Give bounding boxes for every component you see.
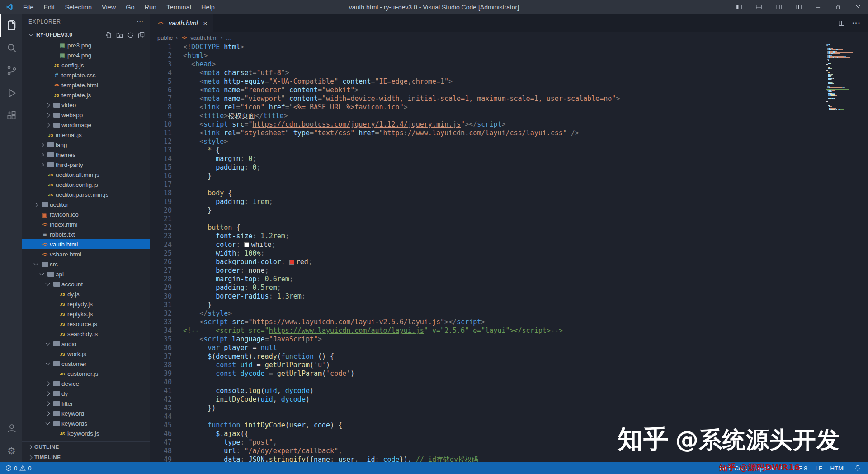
breadcrumb-more[interactable]: … xyxy=(226,34,232,41)
menu-view[interactable]: View xyxy=(97,0,121,14)
code-line[interactable]: margin-top: 0.6rem; xyxy=(183,275,868,284)
code-line[interactable]: } xyxy=(183,206,868,215)
customize-layout-icon[interactable] xyxy=(788,0,808,14)
editor-more-icon[interactable]: ··· xyxy=(852,19,861,27)
tree-item-template.css[interactable]: template.css xyxy=(22,70,150,80)
code-line[interactable]: } xyxy=(183,301,868,309)
tree-item-template.html[interactable]: template.html xyxy=(22,80,150,90)
tree-item-themes[interactable]: themes xyxy=(22,150,150,160)
code-line[interactable]: <meta name="renderer" content="webkit"> xyxy=(183,86,868,95)
source-control-icon[interactable] xyxy=(0,59,22,82)
tree-item-ueditor.parse.min.js[interactable]: ueditor.parse.min.js xyxy=(22,190,150,199)
code-line[interactable]: data: JSON.stringify({name: user, id: co… xyxy=(183,455,868,462)
tree-item-third-party[interactable]: third-party xyxy=(22,160,150,170)
code-line[interactable]: console.log(uid, dycode) xyxy=(183,387,868,395)
code-line[interactable]: padding: 0; xyxy=(183,163,868,172)
tree-item-config.js[interactable]: config.js xyxy=(22,60,150,70)
code-line[interactable]: padding: 0.5rem; xyxy=(183,284,868,292)
restore-button[interactable] xyxy=(828,0,848,14)
code-line[interactable]: <script src="https://cdn.bootcss.com/jqu… xyxy=(183,120,868,129)
tab-vauth-html[interactable]: vauth.html × xyxy=(150,14,213,32)
language-mode[interactable]: HTML xyxy=(830,465,846,472)
menu-go[interactable]: Go xyxy=(121,0,139,14)
code-line[interactable]: <meta http-equiv="X-UA-Compatible" conte… xyxy=(183,77,868,86)
tree-item-api[interactable]: api xyxy=(22,269,150,279)
outline-section[interactable]: OUTLINE xyxy=(22,441,150,452)
explorer-icon[interactable] xyxy=(0,14,22,37)
tree-item-customer.js[interactable]: customer.js xyxy=(22,369,150,379)
tree-item-keywords[interactable]: keywords xyxy=(22,418,150,428)
minimize-button[interactable] xyxy=(808,0,828,14)
code-line[interactable]: <!-- <script src="https://www.layuicdn.c… xyxy=(183,327,868,335)
menu-file[interactable]: File xyxy=(18,0,38,14)
code-line[interactable]: </style> xyxy=(183,309,868,318)
tree-item-video[interactable]: video xyxy=(22,100,150,110)
toggle-secondary-sidebar-icon[interactable] xyxy=(769,0,788,14)
tree-item-webapp[interactable]: webapp xyxy=(22,110,150,120)
code-line[interactable]: width: 100%; xyxy=(183,249,868,258)
code-line[interactable]: <link rel="icon" href="<%= BASE_URL %>fa… xyxy=(183,103,868,112)
tree-item-wordimage[interactable]: wordimage xyxy=(22,120,150,130)
tree-item-pre3.png[interactable]: pre3.png xyxy=(22,40,150,50)
code-line[interactable]: border: none; xyxy=(183,266,868,275)
tree-item-keywords.js[interactable]: keywords.js xyxy=(22,428,150,438)
code-line[interactable]: button { xyxy=(183,223,868,232)
menu-edit[interactable]: Edit xyxy=(38,0,60,14)
indentation-setting[interactable]: Spaces: 2 xyxy=(756,465,783,472)
tree-item-ueditor.config.js[interactable]: ueditor.config.js xyxy=(22,180,150,190)
tree-item-lang[interactable]: lang xyxy=(22,140,150,150)
tree-item-template.js[interactable]: template.js xyxy=(22,90,150,100)
new-file-icon[interactable] xyxy=(105,32,112,38)
code-line[interactable]: <script src="https://www.layuicdn.com/la… xyxy=(183,318,868,327)
eol-setting[interactable]: LF xyxy=(815,465,822,472)
code-line[interactable]: <link rel="stylesheet" type="text/css" h… xyxy=(183,129,868,137)
breadcrumb-public[interactable]: public xyxy=(157,34,173,41)
code-line[interactable]: <head> xyxy=(183,60,868,69)
code-line[interactable]: var player = null xyxy=(183,344,868,352)
tree-item-vauth.html[interactable]: vauth.html xyxy=(22,239,150,249)
tree-item-robots.txt[interactable]: robots.txt xyxy=(22,229,150,239)
code-lines[interactable]: <!DOCTYPE html><html> <head> <meta chars… xyxy=(183,43,868,462)
code-line[interactable] xyxy=(183,180,868,189)
code-line[interactable]: <title>授权页面</title> xyxy=(183,112,868,120)
explorer-more-icon[interactable]: ··· xyxy=(137,19,144,25)
code-line[interactable]: $(document).ready(function () { xyxy=(183,352,868,361)
new-folder-icon[interactable] xyxy=(116,32,123,38)
menu-help[interactable]: Help xyxy=(196,0,220,14)
tree-item-internal.js[interactable]: internal.js xyxy=(22,130,150,140)
extensions-icon[interactable] xyxy=(0,104,22,127)
tree-item-favicon.ico[interactable]: favicon.ico xyxy=(22,209,150,219)
settings-gear-icon[interactable]: ⚙ xyxy=(0,440,22,462)
code-line[interactable]: initDyCode(uid, dycode) xyxy=(183,395,868,404)
code-line[interactable]: const dycode = getUrlParam('code') xyxy=(183,370,868,378)
refresh-icon[interactable] xyxy=(127,32,134,38)
code-line[interactable] xyxy=(183,412,868,421)
editor-pane[interactable]: 1234567891011121314151617181920212223242… xyxy=(150,43,868,462)
collapse-all-icon[interactable] xyxy=(138,32,145,38)
split-editor-icon[interactable] xyxy=(838,20,845,27)
toggle-panel-icon[interactable] xyxy=(749,0,769,14)
code-line[interactable]: <meta name="viewport" content="width=dev… xyxy=(183,95,868,103)
menu-terminal[interactable]: Terminal xyxy=(161,0,196,14)
cursor-position[interactable]: Ln 1, Col 1 xyxy=(720,465,748,472)
code-line[interactable]: color: white; xyxy=(183,241,868,249)
code-line[interactable]: } xyxy=(183,172,868,180)
menu-selection[interactable]: Selection xyxy=(60,0,97,14)
code-line[interactable]: <meta charset="utf-8"> xyxy=(183,69,868,77)
tree-item-replyks.js[interactable]: replyks.js xyxy=(22,309,150,319)
tree-item-vshare.html[interactable]: vshare.html xyxy=(22,249,150,259)
code-line[interactable] xyxy=(183,215,868,223)
tree-item-resource.js[interactable]: resource.js xyxy=(22,319,150,329)
code-line[interactable]: margin: 0; xyxy=(183,155,868,163)
code-line[interactable]: padding: 1rem; xyxy=(183,198,868,206)
code-line[interactable]: }) xyxy=(183,404,868,412)
code-line[interactable]: body { xyxy=(183,189,868,198)
tab-close-icon[interactable]: × xyxy=(203,19,208,27)
code-line[interactable]: <style> xyxy=(183,137,868,146)
project-root-row[interactable]: RY-UI-DEV3.0 xyxy=(22,29,150,40)
encoding-setting[interactable]: UTF-8 xyxy=(791,465,807,472)
tree-item-device[interactable]: device xyxy=(22,379,150,389)
run-debug-icon[interactable] xyxy=(0,82,22,104)
tree-item-dy.js[interactable]: dy.js xyxy=(22,289,150,299)
tree-item-filter[interactable]: filter xyxy=(22,398,150,408)
